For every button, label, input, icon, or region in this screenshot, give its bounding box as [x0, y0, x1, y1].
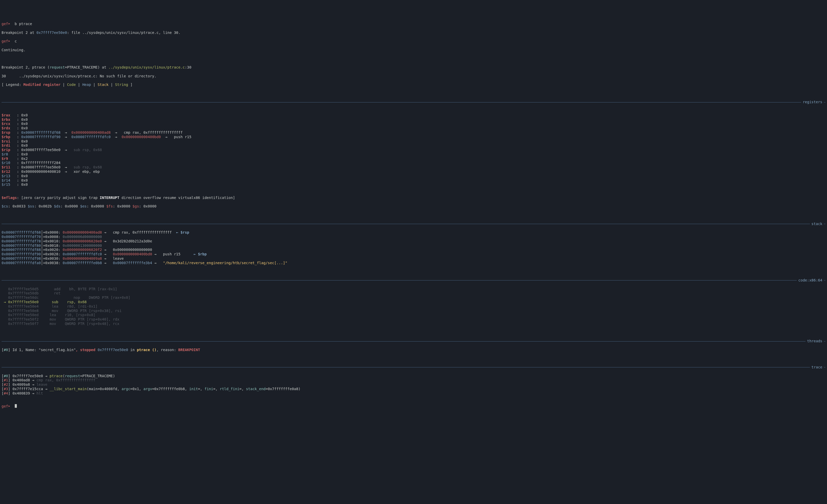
trace-row: [#1] 0x400ad8 → cmp rax, 0xfffffffffffff… [0, 378, 827, 383]
disasm-row: 0x7ffff7ee50e8 mov QWORD PTR [rsp+0x38],… [0, 309, 827, 313]
trace-row: [#0] 0x7ffff7ee50e0 → ptrace(request=PTR… [0, 374, 827, 378]
disasm-row: → 0x7ffff7ee50e0 sub rsp, 0x68 [0, 300, 827, 304]
trace-row: [#2] 0x4009a8 → leave [0, 383, 827, 387]
stack-row: 0x00007fffffffdf68│+0x0000: 0x0000000000… [0, 230, 827, 235]
reg-row: $rdi : 0x0 [0, 143, 827, 148]
prompt-line[interactable]: gef➤ c [0, 39, 827, 44]
output: 30 ../sysdeps/unix/sysv/linux/ptrace.c: … [0, 74, 827, 79]
stack-row: 0x00007fffffffdf98│+0x0030: 0x0000000000… [0, 256, 827, 261]
reg-row: $r11 : 0x00007ffff7ee50e0 → sub rsp, 0x6… [0, 165, 827, 169]
reg-row: $r10 : 0xfffffffffffff284 [0, 161, 827, 165]
legend: [ Legend: Modified register | Code | Hea… [0, 83, 827, 87]
segments: $cs: 0x0033 $ss: 0x002b $ds: 0x0000 $es:… [0, 204, 827, 208]
trace-row: [#4] 0x400839 → hlt [0, 391, 827, 396]
blank [0, 56, 827, 61]
stack-row: 0x00007fffffffdfa0│+0x0038: 0x00007fffff… [0, 261, 827, 265]
stack-row: 0x00007fffffffdf78│+0x0010: 0x0000000000… [0, 239, 827, 244]
output: Breakpoint 2, ptrace (request=PTRACE_TRA… [0, 65, 827, 69]
reg-row: $rdx : 0x0 [0, 126, 827, 131]
disasm-row: 0x7ffff7ee50dc nop DWORD PTR [rax+0x0] [0, 296, 827, 300]
disasm-row: 0x7ffff7ee50db ret [0, 291, 827, 296]
reg-row: $rbx : 0x0 [0, 117, 827, 122]
reg-row: $r14 : 0x0 [0, 178, 827, 183]
section-stack: stack [0, 222, 827, 226]
disasm-row: 0x7ffff7ee50d5 add bh, BYTE PTR [rax-0x1… [0, 287, 827, 291]
stack-row: 0x00007fffffffdf70│+0x0008: 0x0000006d00… [0, 235, 827, 239]
section-threads: threads [0, 339, 827, 343]
stack-row: 0x00007fffffffdf90│+0x0028: 0x00007fffff… [0, 252, 827, 256]
disasm-row: 0x7ffff7ee50e4 lea r8d, [rdi-0x1] [0, 304, 827, 309]
reg-row: $r15 : 0x0 [0, 183, 827, 187]
prompt-line[interactable]: gef➤ b ptrace [0, 22, 827, 26]
output: Breakpoint 2 at 0x7ffff7ee50e0: file ../… [0, 31, 827, 35]
section-trace: trace [0, 365, 827, 369]
reg-row: $rcx : 0x0 [0, 121, 827, 126]
trace-row: [#3] 0x7ffff7e15cca → __libc_start_main(… [0, 387, 827, 391]
reg-row: $rip : 0x00007ffff7ee50e0 → sub rsp, 0x6… [0, 148, 827, 152]
reg-row: $rsp : 0x00007fffffffdf68 → 0x0000000000… [0, 131, 827, 135]
section-registers: registers [0, 100, 827, 104]
disasm-row: 0x7ffff7ee50ed lea r10, [rsp+0x8] [0, 313, 827, 317]
reg-row: $r12 : 0x0000000000400810 → xor ebp, ebp [0, 169, 827, 174]
cursor-icon [15, 404, 17, 408]
reg-row: $r13 : 0x0 [0, 174, 827, 178]
section-code: code:x86:64 [0, 278, 827, 283]
output: Continuing. [0, 48, 827, 52]
stack-row: 0x00007fffffffdf80│+0x0018: 0x0000001300… [0, 244, 827, 248]
disasm-row: 0x7ffff7ee50f7 mov QWORD PTR [rsp+0x48],… [0, 321, 827, 326]
reg-row: $rsi : 0x0 [0, 139, 827, 144]
reg-row: $rbp : 0x00007fffffffdf90 → 0x00007fffff… [0, 135, 827, 139]
reg-row: $r9 : 0x2 [0, 156, 827, 161]
thread-row: [#0] Id 1, Name: "secret_flag.bin", stop… [0, 348, 827, 352]
reg-row: $r8 : 0x0 [0, 152, 827, 156]
disasm-row: 0x7ffff7ee50f2 mov QWORD PTR [rsp+0x40],… [0, 317, 827, 321]
stack-row: 0x00007fffffffdf88│+0x0020: 0x0000000000… [0, 248, 827, 252]
reg-row: $rax : 0x0 [0, 113, 827, 117]
prompt-line[interactable]: gef➤ [0, 404, 827, 408]
eflags: $eflags: [zero carry parity adjust sign … [0, 196, 827, 200]
